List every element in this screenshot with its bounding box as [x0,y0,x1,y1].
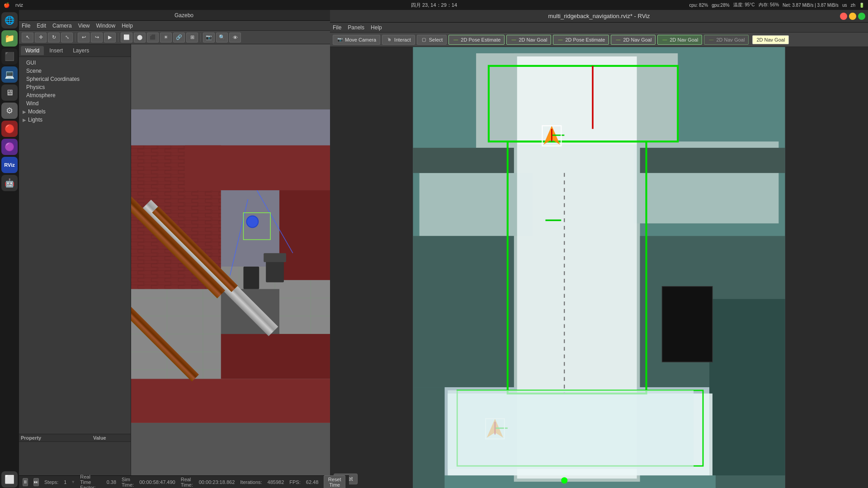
zoom-btn[interactable]: 🔍 [216,33,228,42]
zh-indicator: zh [850,3,855,8]
sphere-btn[interactable]: ⬤ [134,33,146,42]
pause-btn[interactable]: ⏸ [23,478,28,486]
scene-viewport [131,44,349,488]
pose-estimate-2-btn[interactable]: — 2D Pose Estimate [553,35,609,45]
svg-point-67 [561,477,567,483]
move-camera-btn[interactable]: 📷 Move Camera [333,35,380,45]
scale-tool-btn[interactable]: ⤡ [61,33,73,42]
battery-icon: 🔋 [859,3,864,8]
maximize-btn[interactable] [858,13,865,20]
select-label: Select [429,37,443,42]
tree-item-models[interactable]: ▶Models [21,108,129,116]
gazebo-window: Gazebo File Edit Camera View Window Help… [19,10,349,488]
viewport-3d[interactable]: ▶ [131,44,349,488]
playback-bar: ⏸ ⏭ Steps: 1 ▾ Real Time Factor: 0.38 Si… [19,475,349,488]
world-tabs: World Insert Layers [19,44,131,57]
world-panel: World Insert Layers GUI Scene Spherical … [19,44,131,488]
dock-icon-robot[interactable]: 🤖 [1,175,18,191]
mem-stat: 内存: 56% [759,2,779,8]
nav-goal-1-btn[interactable]: — 2D Nav Goal [506,35,551,45]
gazebo-menu-file[interactable]: File [22,23,30,29]
nav-goal-2-btn[interactable]: — 2D Nav Goal [611,35,656,45]
tree-item-lights[interactable]: ▶Lights [21,116,129,124]
app-name: rviz [15,2,23,8]
rtf-label: Real Time Factor: [80,474,101,488]
select-btn[interactable]: ▢ Select [417,35,447,45]
nav-goal-4-label: 2D Nav Goal [716,37,745,42]
gazebo-menu-window[interactable]: Window [96,23,116,29]
tab-insert[interactable]: Insert [45,46,67,55]
gazebo-menu-help[interactable]: Help [122,23,133,29]
datetime: 四月 23, 14：29：14 [411,2,457,8]
tree-item-gui[interactable]: GUI [21,59,129,67]
reset-time-button[interactable]: Reset Time [324,475,345,488]
lights-arrow: ▶ [23,117,28,122]
dock-icon-terminal[interactable]: ⬛ [1,48,18,65]
cylinder-btn[interactable]: ⬛ [147,33,159,42]
rotate-tool-btn[interactable]: ↻ [48,33,60,42]
dock-icon-red[interactable]: 🔴 [1,121,18,137]
nav-goal-4-btn[interactable]: — 2D Nav Goal [704,35,749,45]
rviz-window: multi_ridgeback_navigation.rviz* - RViz … [330,10,868,488]
nav-goal-1-icon: — [510,37,517,43]
svg-rect-68 [448,390,693,469]
gazebo-menu-camera[interactable]: Camera [52,23,72,29]
select-tool-icon: ▢ [421,37,427,43]
rviz-title-bar: multi_ridgeback_navigation.rviz* - RViz [330,10,868,23]
window-controls [840,13,865,20]
rviz-menu: File Panels Help [330,23,868,33]
gpu-stat: gpu:28% [712,3,729,8]
rviz-menu-panels[interactable]: Panels [348,24,364,31]
iterations-value: 485982 [268,479,284,485]
dock-icon-bottom[interactable]: ⬜ [1,471,18,488]
dock-icon-settings[interactable]: ⚙ [1,103,18,119]
iterations-label: Iterations: [240,479,262,485]
light-btn[interactable]: ☀ [160,33,172,42]
tab-layers[interactable]: Layers [68,46,94,55]
gazebo-menu-edit[interactable]: Edit [37,23,46,29]
dock-icon-chrome[interactable]: 🌐 [1,12,18,28]
tree-item-atmosphere[interactable]: Atmosphere [21,91,129,99]
pose-estimate-1-label: 2D Pose Estimate [461,37,500,42]
tree-item-scene[interactable]: Scene [21,67,129,75]
gazebo-body: World Insert Layers GUI Scene Spherical … [19,44,349,488]
prop-col-property: Property [21,435,66,441]
minimize-btn[interactable] [849,13,856,20]
tooltip-text: 2D Nav Goal [756,37,785,42]
camera1-btn[interactable]: 📷 [203,33,215,42]
svg-rect-69 [662,286,712,362]
redo-btn[interactable]: ↪ [91,33,103,42]
grid-btn[interactable]: ⊞ [186,33,198,42]
nav-goal-3-label: 2D Nav Goal [670,37,698,42]
translate-tool-btn[interactable]: ✛ [35,33,47,42]
tree-item-wind[interactable]: Wind [21,99,129,108]
undo-btn[interactable]: ↩ [78,33,90,42]
interact-btn[interactable]: 🖱 Interact [382,35,415,45]
tree-item-physics[interactable]: Physics [21,83,129,91]
gazebo-menu-view[interactable]: View [78,23,90,29]
view-btn[interactable]: 👁 [229,33,241,42]
tab-world[interactable]: World [21,46,44,55]
rviz-menu-help[interactable]: Help [371,24,382,31]
pose-estimate-2-icon: — [557,37,563,43]
dock-icon-rviz[interactable]: RViz [1,157,18,173]
select-tool-btn[interactable]: ↖ [22,33,33,42]
rviz-map-viewport[interactable]: Reset [330,47,868,488]
dock-icon-finder[interactable]: 📁 [1,30,18,47]
fwd-btn[interactable]: ▶ [104,33,116,42]
pose-estimate-1-btn[interactable]: — 2D Pose Estimate [448,35,505,45]
tree-item-spherical[interactable]: Spherical Coordinates [21,75,129,83]
link-btn[interactable]: 🔗 [173,33,185,42]
dock-icon-code[interactable]: 💻 [1,66,18,83]
step-btn[interactable]: ⏭ [33,478,39,486]
nav-goal-tooltip: 2D Nav Goal [752,35,789,44]
dock-icon-purple[interactable]: 🟣 [1,139,18,155]
dock-icon-monitor[interactable]: 🖥 [1,84,18,101]
box-btn[interactable]: ⬜ [121,33,132,42]
sep-2 [118,33,118,42]
rviz-menu-file[interactable]: File [333,24,341,31]
close-btn[interactable] [840,13,847,20]
camera-tool-icon: 📷 [337,37,343,43]
fps-value: 62.48 [306,479,319,485]
nav-goal-3-btn[interactable]: — 2D Nav Goal [657,35,702,45]
